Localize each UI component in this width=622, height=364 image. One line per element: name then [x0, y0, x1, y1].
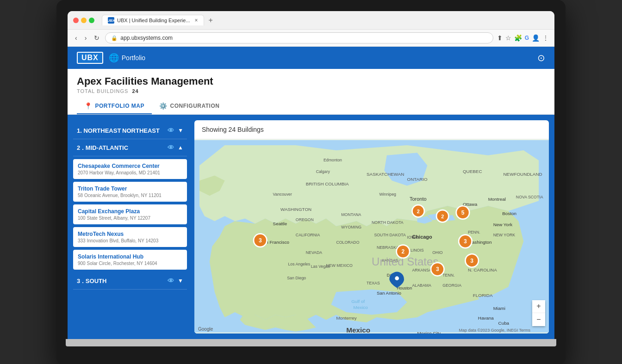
- browser-actions: ⬆ ☆ 🧩 G 👤 ⋮: [497, 34, 549, 42]
- svg-text:CALIFORNIA: CALIFORNIA: [296, 233, 320, 237]
- svg-text:COLORADO: COLORADO: [336, 240, 359, 245]
- region-south-number: 3: [77, 278, 80, 284]
- region-mid-atlantic-header[interactable]: 2. MID-ATLANTIC 👁 ▲: [73, 139, 187, 156]
- svg-text:BRITISH COLUMBIA: BRITISH COLUMBIA: [306, 181, 349, 186]
- list-item[interactable]: MetroTech Nexus 333 Innovation Blvd, Buf…: [73, 227, 187, 247]
- tab-bar: UBX UBX | Unified Building Experie... × …: [102, 15, 549, 25]
- zoom-out-button[interactable]: −: [532, 313, 545, 326]
- svg-text:Miami: Miami: [493, 306, 505, 311]
- building-name: Chesapeake Commerce Center: [78, 163, 182, 169]
- tab-portfolio-map[interactable]: 📍 PORTFOLIO MAP: [77, 99, 152, 114]
- svg-text:SOUTH DAKOTA: SOUTH DAKOTA: [374, 233, 406, 237]
- svg-text:3: 3: [436, 266, 439, 272]
- svg-text:2: 2: [417, 209, 420, 214]
- map-area: Showing 24 Buildings: [194, 120, 549, 333]
- svg-text:Toronto: Toronto: [410, 196, 426, 202]
- svg-text:Cuba: Cuba: [498, 321, 510, 326]
- laptop-frame: UBX UBX | Unified Building Experie... × …: [56, 0, 566, 364]
- google-icon[interactable]: G: [525, 35, 529, 41]
- laptop-base: [66, 339, 556, 346]
- map-canvas[interactable]: BRITISH COLUMBIA SASKATCHEWAN ONTARIO QU…: [194, 139, 549, 333]
- svg-text:TEXAS: TEXAS: [367, 281, 380, 285]
- building-name: Triton Trade Tower: [78, 185, 182, 192]
- google-logo: Google: [198, 327, 213, 332]
- region-mid-atlantic-title-group: 2. MID-ATLANTIC: [77, 144, 168, 151]
- region-northeast-icons: 👁 ▼: [168, 127, 183, 134]
- share-icon[interactable]: ⬆: [497, 34, 503, 42]
- user-avatar-icon[interactable]: ⊙: [537, 52, 545, 63]
- chevron-down-icon-south[interactable]: ▼: [178, 278, 183, 284]
- list-item[interactable]: Chesapeake Commerce Center 2070 Harbor W…: [73, 159, 187, 179]
- back-button[interactable]: ‹: [73, 33, 79, 43]
- ubx-logo: UBX: [77, 52, 103, 64]
- region-south-header[interactable]: 3. SOUTH 👁 ▼: [73, 272, 187, 290]
- forward-button[interactable]: ›: [83, 33, 89, 43]
- chevron-down-icon-northeast[interactable]: ▼: [178, 127, 183, 134]
- globe-icon[interactable]: 🌐: [109, 53, 119, 63]
- extension-icon[interactable]: 🧩: [514, 34, 522, 42]
- new-tab-button[interactable]: +: [206, 15, 216, 25]
- building-address: 900 Solar Circle, Rochester, NY 14604: [78, 261, 182, 266]
- svg-text:Chicago: Chicago: [412, 234, 432, 240]
- svg-text:Gulf of: Gulf of: [351, 299, 365, 304]
- svg-text:NEWFOUNDLAND: NEWFOUNDLAND: [504, 172, 542, 177]
- eye-icon-mid-atlantic[interactable]: 👁: [168, 144, 174, 151]
- eye-icon-northeast[interactable]: 👁: [168, 127, 174, 134]
- profile-icon[interactable]: 👤: [532, 34, 540, 42]
- close-window-button[interactable]: [73, 18, 79, 23]
- list-item[interactable]: Triton Trade Tower 58 Oceanic Avenue, Br…: [73, 182, 187, 202]
- building-list-mid-atlantic: Chesapeake Commerce Center 2070 Harbor W…: [73, 159, 187, 270]
- bookmark-icon[interactable]: ☆: [505, 34, 511, 42]
- list-item[interactable]: Capital Exchange Plaza 100 State Street,…: [73, 204, 187, 224]
- svg-text:Mexico: Mexico: [346, 326, 370, 333]
- svg-text:Montreal: Montreal: [488, 197, 506, 202]
- eye-icon-south[interactable]: 👁: [168, 277, 174, 284]
- svg-text:NEBRASKA: NEBRASKA: [377, 245, 399, 250]
- svg-text:WASHINGTON: WASHINGTON: [280, 207, 311, 212]
- region-northeast-title: 1. NORTHEAST: [77, 127, 122, 134]
- sidebar: 1. NORTHEAST NORTHEAST 👁 ▼ 2.: [68, 115, 193, 339]
- svg-text:OHIO: OHIO: [432, 250, 443, 255]
- svg-text:OREGON: OREGON: [296, 217, 314, 222]
- region-northeast-header[interactable]: 1. NORTHEAST NORTHEAST 👁 ▼: [73, 122, 187, 139]
- svg-text:Mexico: Mexico: [354, 305, 368, 310]
- browser-tab-active[interactable]: UBX UBX | Unified Building Experie... ×: [102, 15, 204, 25]
- list-item[interactable]: Solaris International Hub 900 Solar Circ…: [73, 250, 187, 270]
- svg-text:Mexico City: Mexico City: [417, 331, 441, 333]
- address-bar-row: ‹ › ↻ 🔒 app.ubxsystems.com ⬆ ☆ 🧩 G 👤 ⋮: [68, 30, 554, 47]
- menu-icon[interactable]: ⋮: [542, 34, 549, 42]
- minimize-window-button[interactable]: [81, 18, 87, 23]
- svg-text:3: 3: [470, 258, 473, 264]
- svg-text:3: 3: [259, 237, 262, 244]
- map-pin-icon: 📍: [84, 102, 93, 110]
- tab-favicon: UBX: [108, 17, 114, 24]
- tab-configuration[interactable]: ⚙️ CONFIGURATION: [152, 99, 227, 114]
- svg-text:MONTANA: MONTANA: [341, 212, 361, 217]
- page-title: Apex Facilities Management: [77, 75, 545, 87]
- building-address: 2070 Harbor Way, Annapolis, MD 21401: [78, 170, 182, 175]
- address-bar[interactable]: 🔒 app.ubxsystems.com: [105, 32, 493, 43]
- tab-close-icon[interactable]: ×: [195, 17, 198, 24]
- gear-icon: ⚙️: [159, 102, 168, 110]
- chevron-up-icon-mid-atlantic[interactable]: ▲: [178, 144, 183, 151]
- svg-text:3: 3: [464, 238, 467, 245]
- region-mid-atlantic-icons: 👁 ▲: [168, 144, 183, 151]
- building-address: 58 Oceanic Avenue, Brooklyn, NY 11201: [78, 193, 182, 198]
- svg-text:FLORIDA: FLORIDA: [473, 293, 493, 298]
- region-south-title-group: 3. SOUTH: [77, 278, 168, 284]
- svg-text:TENN.: TENN.: [442, 273, 454, 278]
- svg-text:San Diego: San Diego: [287, 276, 306, 280]
- svg-text:Vancouver: Vancouver: [273, 192, 292, 197]
- tab-title: UBX | Unified Building Experie...: [117, 18, 190, 23]
- map-showing-label: Showing 24 Buildings: [194, 120, 549, 139]
- svg-text:GEORGIA: GEORGIA: [442, 283, 461, 288]
- svg-text:Monterrey: Monterrey: [336, 315, 356, 321]
- svg-text:Boston: Boston: [502, 211, 516, 216]
- reload-button[interactable]: ↻: [92, 33, 101, 43]
- svg-text:Seattle: Seattle: [273, 221, 287, 226]
- tab-configuration-label: CONFIGURATION: [170, 103, 220, 109]
- maximize-window-button[interactable]: [89, 18, 94, 23]
- zoom-in-button[interactable]: +: [532, 300, 545, 313]
- map-svg: BRITISH COLUMBIA SASKATCHEWAN ONTARIO QU…: [194, 139, 549, 333]
- portfolio-label: Portfolio: [122, 54, 145, 62]
